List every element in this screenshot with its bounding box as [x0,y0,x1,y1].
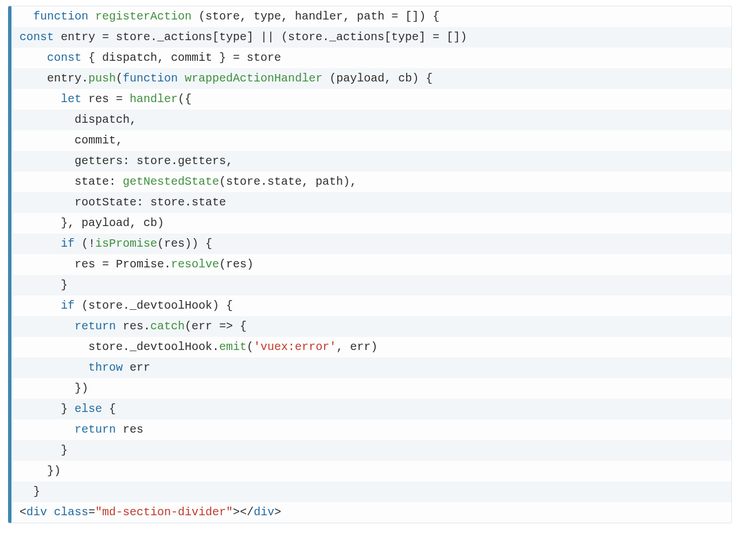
code-line: rootState: store.state [11,192,731,213]
code-line: let res = handler({ [11,89,731,110]
code-line: return res [11,419,731,440]
code-token: (err => { [185,320,247,333]
code-token: "md-section-divider" [95,505,233,519]
code-line: return res.catch(err => { [11,316,731,337]
code-line: dispatch, [11,110,731,130]
code-line: } [11,481,731,502]
code-line: if (store._devtoolHook) { [11,295,731,316]
code-token: res = Promise. [75,258,171,271]
code-token: registerAction [95,10,198,23]
code-token: 'vuex:error' [254,340,336,353]
code-token: dispatch, [75,113,137,126]
code-token: function [123,72,185,85]
code-token: (! [81,237,95,250]
code-token: } [61,444,68,457]
code-block[interactable]: function registerAction (store, type, ha… [8,6,732,523]
code-token: res = [88,92,130,106]
code-line: commit, [11,130,731,151]
code-token: getNestedState [123,175,219,188]
code-token: handler [130,92,178,106]
code-token: div [254,505,274,519]
code-token: } [61,402,75,415]
code-line: const { dispatch, commit } = store [11,48,731,68]
code-line: getters: store.getters, [11,151,731,172]
code-token: resolve [171,258,219,271]
code-token: ( [116,72,123,85]
code-line: } else { [11,399,731,419]
code-line: } [11,440,731,461]
code-token: return [75,320,123,333]
code-token: wrappedActionHandler [185,72,329,85]
code-token: { [109,402,116,415]
code-token: function [33,10,95,23]
code-token: (res) [219,258,254,271]
code-token: }, payload, cb) [61,216,164,230]
code-line: state: getNestedState(store.state, path)… [11,172,731,192]
code-token: getters: store.getters, [75,154,233,168]
code-token: res. [123,320,150,333]
code-token: , err) [336,340,377,353]
code-line: }, payload, cb) [11,213,731,234]
code-token: }) [75,382,88,395]
code-token: > [233,505,240,519]
code-token: }) [47,464,61,477]
page-wrap: function registerAction (store, type, ha… [0,0,740,560]
code-token: throw [88,361,130,374]
code-line: }) [11,461,731,481]
code-line: <div class="md-section-divider"></div> [11,502,731,523]
code-token: (store, type, handler, path = []) { [198,10,439,23]
code-token: entry. [47,72,88,85]
code-token: rootState: store.state [75,196,226,209]
code-line: store._devtoolHook.emit('vuex:error', er… [11,337,731,357]
code-token: else [75,402,109,415]
code-token: > [274,505,281,519]
code-token: (payload, cb) { [329,72,433,85]
code-token: const [47,51,88,64]
code-token: < [20,505,26,519]
code-token: commit, [75,134,123,147]
code-token: { dispatch, commit } = store [88,51,281,64]
code-line: entry.push(function wrappedActionHandler… [11,68,731,89]
code-token: if [61,299,81,312]
code-line: res = Promise.resolve(res) [11,254,731,275]
code-token: res [123,423,143,436]
code-token: emit [219,340,247,353]
code-token: } [61,278,68,291]
code-line: } [11,275,731,295]
code-token: class [54,505,88,519]
code-token: div [26,505,54,519]
code-line: const entry = store._actions[type] || (s… [11,27,731,48]
code-token: state: [75,175,123,188]
code-token: </ [240,505,254,519]
code-line: function registerAction (store, type, ha… [11,6,731,27]
code-token: (res)) { [157,237,212,250]
code-token: ( [247,340,254,353]
code-token: const [20,30,61,44]
code-token: return [75,423,123,436]
code-token: } [33,485,40,498]
code-token: = [88,505,95,519]
code-token: let [61,92,88,106]
code-token: err [130,361,150,374]
code-token: isPromise [95,237,157,250]
code-line: throw err [11,357,731,378]
code-line: if (!isPromise(res)) { [11,234,731,254]
code-token: (store.state, path), [219,175,357,188]
code-token: ({ [178,92,192,106]
code-token: (store._devtoolHook) { [81,299,233,312]
code-token: entry = store._actions[type] || (store._… [61,30,467,44]
code-line: }) [11,378,731,399]
code-token: push [88,72,116,85]
code-token: if [61,237,81,250]
code-token: store._devtoolHook. [88,340,219,353]
code-token: catch [150,320,185,333]
